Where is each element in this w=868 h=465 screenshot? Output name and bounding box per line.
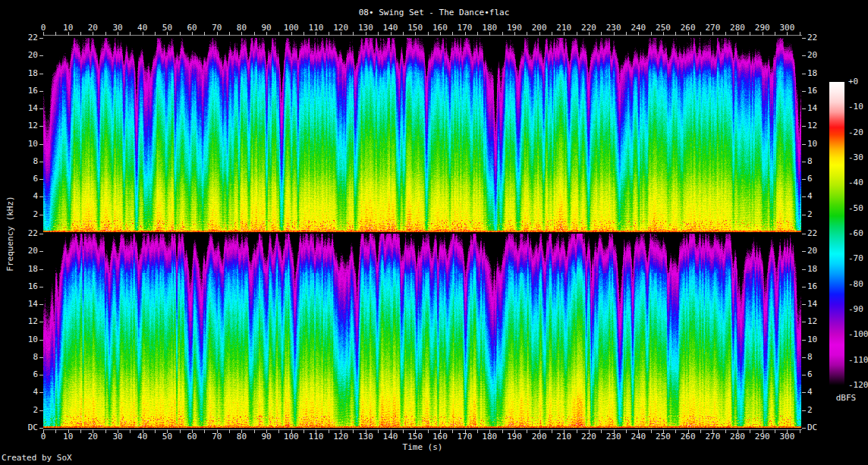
freq-tick <box>802 340 806 341</box>
time-tick <box>278 429 279 433</box>
freq-tick-label: 6 <box>14 370 38 379</box>
time-tick <box>502 32 503 36</box>
freq-tick <box>39 428 43 429</box>
time-tick-label: 270 <box>705 432 720 441</box>
time-tick-label: 110 <box>309 24 324 33</box>
time-tick <box>55 32 56 36</box>
time-tick-label: 200 <box>532 24 547 33</box>
time-tick <box>303 429 304 433</box>
time-tick <box>278 32 279 36</box>
time-tick-label: 230 <box>606 24 621 33</box>
freq-tick <box>39 108 43 109</box>
time-tick-label: 0 <box>41 24 46 33</box>
freq-tick-label: 6 <box>14 174 38 184</box>
freq-tick <box>802 55 806 56</box>
freq-dc-label: DC <box>807 423 817 432</box>
time-tick-label: 210 <box>556 432 571 441</box>
freq-tick <box>802 269 806 270</box>
time-tick-label: 190 <box>507 24 522 33</box>
colorbar-tick-label: -50 <box>848 204 863 213</box>
freq-tick <box>802 234 806 234</box>
time-tick-label: 40 <box>137 24 147 33</box>
time-tick <box>105 32 106 36</box>
freq-tick-label: 2 <box>14 210 38 219</box>
time-tick <box>527 32 527 36</box>
time-tick-label: 230 <box>606 432 621 441</box>
freq-tick <box>802 251 806 252</box>
freq-tick <box>39 410 43 411</box>
time-tick-label: 30 <box>112 432 122 441</box>
time-tick <box>204 32 205 36</box>
freq-tick-label: 20 <box>807 51 817 60</box>
time-tick <box>229 429 230 433</box>
freq-tick <box>39 234 43 234</box>
colorbar-tick-label: -100 <box>848 330 868 339</box>
time-tick <box>155 429 156 433</box>
time-tick-label: 220 <box>581 432 596 441</box>
time-tick <box>303 32 304 36</box>
freq-tick <box>39 215 43 215</box>
freq-tick <box>39 322 43 322</box>
time-tick <box>130 32 131 36</box>
time-tick <box>55 429 56 433</box>
freq-tick <box>39 179 43 180</box>
time-tick-label: 40 <box>137 432 147 441</box>
time-tick-label: 60 <box>187 432 197 441</box>
time-tick <box>527 429 527 433</box>
colorbar-tick-label: -40 <box>848 178 863 187</box>
freq-tick-label: 16 <box>14 282 38 291</box>
freq-tick <box>802 410 806 411</box>
time-tick <box>452 429 453 433</box>
time-tick <box>626 429 627 433</box>
freq-tick <box>39 392 43 393</box>
time-tick <box>80 429 81 433</box>
freq-tick <box>802 322 806 322</box>
freq-tick <box>39 357 43 358</box>
freq-tick-label: 2 <box>807 210 813 219</box>
time-tick-label: 90 <box>261 24 271 33</box>
freq-tick-label: 22 <box>14 229 38 238</box>
freq-tick-label: 10 <box>807 140 817 149</box>
freq-tick <box>39 340 43 341</box>
time-tick-label: 240 <box>631 24 646 33</box>
freq-tick <box>39 126 43 127</box>
freq-tick-label: 12 <box>807 317 817 326</box>
time-tick-label: 160 <box>432 24 448 33</box>
time-tick-label: 200 <box>532 432 547 441</box>
time-tick <box>775 429 775 433</box>
colorbar-tick-label: -20 <box>848 128 863 137</box>
freq-tick-label: 20 <box>14 51 38 60</box>
freq-tick-label: 20 <box>807 247 817 256</box>
time-tick-label: 20 <box>88 432 98 441</box>
colorbar-tick-label: -110 <box>848 356 868 365</box>
freq-tick <box>39 38 43 39</box>
time-tick-label: 220 <box>581 24 596 33</box>
time-tick-label: 290 <box>755 24 770 33</box>
time-tick <box>378 429 379 433</box>
time-tick <box>552 429 552 433</box>
time-tick <box>403 32 404 36</box>
time-tick-label: 100 <box>284 24 299 33</box>
page-title: 08• Swing Set - The Dance•flac <box>0 8 868 17</box>
colorbar-gradient <box>829 82 844 385</box>
time-tick <box>452 32 453 36</box>
freq-tick-label: 22 <box>807 229 817 238</box>
time-tick <box>626 32 627 36</box>
freq-tick <box>802 91 806 92</box>
time-tick-label: 10 <box>63 432 73 441</box>
time-tick-label: 140 <box>383 432 398 441</box>
time-tick-label: 60 <box>187 24 197 33</box>
freq-tick <box>802 162 806 162</box>
time-tick <box>329 32 329 36</box>
time-tick-label: 280 <box>730 24 745 33</box>
time-tick <box>130 429 131 433</box>
time-tick <box>750 429 750 433</box>
freq-tick <box>802 144 806 145</box>
freq-tick <box>802 74 806 74</box>
time-tick <box>700 429 701 433</box>
time-tick <box>80 32 81 36</box>
time-axis-label: Time (s) <box>403 443 443 452</box>
freq-tick <box>802 215 806 215</box>
time-tick-label: 210 <box>556 24 571 33</box>
time-tick-label: 170 <box>458 432 473 441</box>
